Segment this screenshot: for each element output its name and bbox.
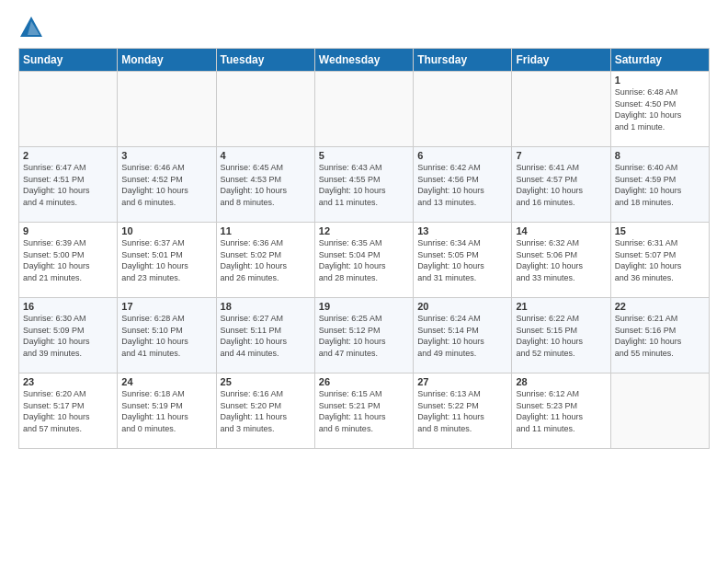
- calendar-cell: 3Sunrise: 6:46 AM Sunset: 4:52 PM Daylig…: [118, 147, 216, 223]
- day-number: 8: [615, 150, 705, 161]
- calendar-cell: [414, 72, 512, 147]
- day-info: Sunrise: 6:13 AM Sunset: 5:22 PM Dayligh…: [417, 388, 507, 434]
- calendar-header-sunday: Sunday: [19, 49, 118, 72]
- day-info: Sunrise: 6:47 AM Sunset: 4:51 PM Dayligh…: [23, 162, 113, 208]
- day-number: 24: [121, 376, 211, 387]
- day-info: Sunrise: 6:22 AM Sunset: 5:15 PM Dayligh…: [516, 313, 606, 359]
- calendar-cell: 10Sunrise: 6:37 AM Sunset: 5:01 PM Dayli…: [118, 223, 216, 298]
- calendar-cell: 21Sunrise: 6:22 AM Sunset: 5:15 PM Dayli…: [512, 298, 610, 373]
- calendar-table: SundayMondayTuesdayWednesdayThursdayFrid…: [18, 48, 710, 449]
- day-info: Sunrise: 6:28 AM Sunset: 5:10 PM Dayligh…: [121, 313, 211, 359]
- calendar-cell: 15Sunrise: 6:31 AM Sunset: 5:07 PM Dayli…: [610, 223, 709, 298]
- day-info: Sunrise: 6:30 AM Sunset: 5:09 PM Dayligh…: [23, 313, 113, 359]
- day-info: Sunrise: 6:15 AM Sunset: 5:21 PM Dayligh…: [319, 388, 409, 434]
- day-info: Sunrise: 6:12 AM Sunset: 5:23 PM Dayligh…: [516, 388, 606, 434]
- calendar-cell: 20Sunrise: 6:24 AM Sunset: 5:14 PM Dayli…: [414, 298, 512, 373]
- day-number: 14: [516, 225, 606, 236]
- day-number: 15: [615, 225, 705, 236]
- day-info: Sunrise: 6:46 AM Sunset: 4:52 PM Dayligh…: [121, 162, 211, 208]
- calendar-cell: 5Sunrise: 6:43 AM Sunset: 4:55 PM Daylig…: [314, 147, 413, 223]
- page: SundayMondayTuesdayWednesdayThursdayFrid…: [0, 0, 728, 563]
- calendar-cell: 6Sunrise: 6:42 AM Sunset: 4:56 PM Daylig…: [414, 147, 512, 223]
- calendar-cell: 24Sunrise: 6:18 AM Sunset: 5:19 PM Dayli…: [118, 373, 216, 449]
- logo: [18, 15, 48, 40]
- calendar-cell: 23Sunrise: 6:20 AM Sunset: 5:17 PM Dayli…: [19, 373, 118, 449]
- day-info: Sunrise: 6:18 AM Sunset: 5:19 PM Dayligh…: [121, 388, 211, 434]
- day-number: 13: [417, 225, 507, 236]
- calendar-cell: 25Sunrise: 6:16 AM Sunset: 5:20 PM Dayli…: [216, 373, 314, 449]
- day-number: 6: [417, 150, 507, 161]
- day-number: 7: [516, 150, 606, 161]
- day-info: Sunrise: 6:43 AM Sunset: 4:55 PM Dayligh…: [319, 162, 409, 208]
- calendar-header-thursday: Thursday: [414, 49, 512, 72]
- calendar-header-friday: Friday: [512, 49, 610, 72]
- day-number: 5: [319, 150, 409, 161]
- day-number: 11: [221, 225, 311, 236]
- day-number: 17: [121, 301, 211, 312]
- day-number: 16: [23, 301, 113, 312]
- day-info: Sunrise: 6:37 AM Sunset: 5:01 PM Dayligh…: [121, 237, 211, 283]
- calendar-cell: 18Sunrise: 6:27 AM Sunset: 5:11 PM Dayli…: [216, 298, 314, 373]
- day-number: 23: [23, 376, 113, 387]
- calendar-header-wednesday: Wednesday: [314, 49, 413, 72]
- day-info: Sunrise: 6:31 AM Sunset: 5:07 PM Dayligh…: [615, 237, 705, 283]
- day-info: Sunrise: 6:36 AM Sunset: 5:02 PM Dayligh…: [221, 237, 311, 283]
- calendar-header-monday: Monday: [118, 49, 216, 72]
- calendar-week-4: 23Sunrise: 6:20 AM Sunset: 5:17 PM Dayli…: [19, 373, 710, 449]
- calendar-cell: 2Sunrise: 6:47 AM Sunset: 4:51 PM Daylig…: [19, 147, 118, 223]
- calendar-cell: 22Sunrise: 6:21 AM Sunset: 5:16 PM Dayli…: [610, 298, 709, 373]
- day-info: Sunrise: 6:25 AM Sunset: 5:12 PM Dayligh…: [319, 313, 409, 359]
- calendar-cell: 11Sunrise: 6:36 AM Sunset: 5:02 PM Dayli…: [216, 223, 314, 298]
- day-number: 21: [516, 301, 606, 312]
- day-info: Sunrise: 6:48 AM Sunset: 4:50 PM Dayligh…: [615, 86, 705, 132]
- day-info: Sunrise: 6:41 AM Sunset: 4:57 PM Dayligh…: [516, 162, 606, 208]
- calendar-cell: [216, 72, 314, 147]
- day-info: Sunrise: 6:27 AM Sunset: 5:11 PM Dayligh…: [221, 313, 311, 359]
- day-number: 18: [221, 301, 311, 312]
- day-info: Sunrise: 6:20 AM Sunset: 5:17 PM Dayligh…: [23, 388, 113, 434]
- day-number: 20: [417, 301, 507, 312]
- day-number: 2: [23, 150, 113, 161]
- calendar-cell: [19, 72, 118, 147]
- day-info: Sunrise: 6:32 AM Sunset: 5:06 PM Dayligh…: [516, 237, 606, 283]
- calendar-week-0: 1Sunrise: 6:48 AM Sunset: 4:50 PM Daylig…: [19, 72, 710, 147]
- calendar-cell: 1Sunrise: 6:48 AM Sunset: 4:50 PM Daylig…: [610, 72, 709, 147]
- calendar-cell: [314, 72, 413, 147]
- calendar-cell: [118, 72, 216, 147]
- day-number: 3: [121, 150, 211, 161]
- day-info: Sunrise: 6:34 AM Sunset: 5:05 PM Dayligh…: [417, 237, 507, 283]
- day-info: Sunrise: 6:40 AM Sunset: 4:59 PM Dayligh…: [615, 162, 705, 208]
- day-info: Sunrise: 6:21 AM Sunset: 5:16 PM Dayligh…: [615, 313, 705, 359]
- day-number: 4: [221, 150, 311, 161]
- day-info: Sunrise: 6:39 AM Sunset: 5:00 PM Dayligh…: [23, 237, 113, 283]
- calendar-cell: 13Sunrise: 6:34 AM Sunset: 5:05 PM Dayli…: [414, 223, 512, 298]
- calendar-cell: 14Sunrise: 6:32 AM Sunset: 5:06 PM Dayli…: [512, 223, 610, 298]
- day-number: 28: [516, 376, 606, 387]
- calendar-week-3: 16Sunrise: 6:30 AM Sunset: 5:09 PM Dayli…: [19, 298, 710, 373]
- day-info: Sunrise: 6:16 AM Sunset: 5:20 PM Dayligh…: [221, 388, 311, 434]
- calendar-cell: 26Sunrise: 6:15 AM Sunset: 5:21 PM Dayli…: [314, 373, 413, 449]
- calendar-cell: 28Sunrise: 6:12 AM Sunset: 5:23 PM Dayli…: [512, 373, 610, 449]
- calendar-cell: 7Sunrise: 6:41 AM Sunset: 4:57 PM Daylig…: [512, 147, 610, 223]
- calendar-header-tuesday: Tuesday: [216, 49, 314, 72]
- calendar-week-1: 2Sunrise: 6:47 AM Sunset: 4:51 PM Daylig…: [19, 147, 710, 223]
- calendar-cell: 17Sunrise: 6:28 AM Sunset: 5:10 PM Dayli…: [118, 298, 216, 373]
- day-number: 19: [319, 301, 409, 312]
- calendar-cell: 8Sunrise: 6:40 AM Sunset: 4:59 PM Daylig…: [610, 147, 709, 223]
- calendar-cell: 12Sunrise: 6:35 AM Sunset: 5:04 PM Dayli…: [314, 223, 413, 298]
- calendar-cell: [610, 373, 709, 449]
- day-info: Sunrise: 6:35 AM Sunset: 5:04 PM Dayligh…: [319, 237, 409, 283]
- day-info: Sunrise: 6:24 AM Sunset: 5:14 PM Dayligh…: [417, 313, 507, 359]
- calendar-cell: 27Sunrise: 6:13 AM Sunset: 5:22 PM Dayli…: [414, 373, 512, 449]
- calendar-header-row: SundayMondayTuesdayWednesdayThursdayFrid…: [19, 49, 710, 72]
- day-number: 25: [221, 376, 311, 387]
- calendar-cell: 4Sunrise: 6:45 AM Sunset: 4:53 PM Daylig…: [216, 147, 314, 223]
- calendar-cell: 9Sunrise: 6:39 AM Sunset: 5:00 PM Daylig…: [19, 223, 118, 298]
- calendar-cell: [512, 72, 610, 147]
- day-info: Sunrise: 6:45 AM Sunset: 4:53 PM Dayligh…: [221, 162, 311, 208]
- day-number: 12: [319, 225, 409, 236]
- calendar-week-2: 9Sunrise: 6:39 AM Sunset: 5:00 PM Daylig…: [19, 223, 710, 298]
- day-info: Sunrise: 6:42 AM Sunset: 4:56 PM Dayligh…: [417, 162, 507, 208]
- day-number: 10: [121, 225, 211, 236]
- day-number: 27: [417, 376, 507, 387]
